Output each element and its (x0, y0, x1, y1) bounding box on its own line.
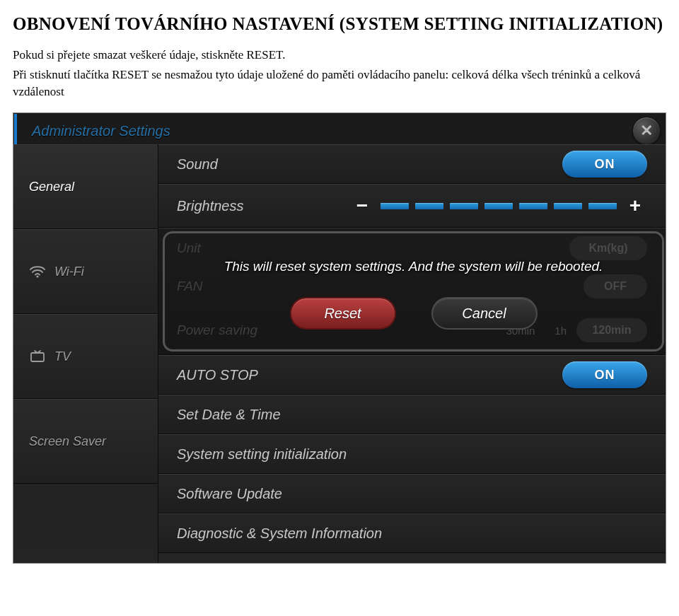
sound-toggle[interactable]: ON (562, 151, 647, 178)
dialog-overlay-zone: Unit Km(kg) FAN OFF Power saving 30min 1… (158, 228, 666, 355)
row-label: AUTO STOP (177, 367, 258, 383)
minus-icon: − (356, 194, 368, 217)
sidebar-item-tv[interactable]: TV (13, 314, 158, 399)
svg-point-0 (36, 276, 38, 278)
sidebar-item-label: Wi-Fi (54, 265, 84, 279)
brightness-segment (519, 203, 547, 209)
dialog-message: This will reset system settings. And the… (182, 259, 645, 274)
brightness-plus-button[interactable]: + (623, 196, 647, 216)
doc-paragraph-2: Při stisknutí tlačítka RESET se nesmažou… (13, 66, 666, 100)
sidebar-item-screensaver[interactable]: Screen Saver (13, 399, 158, 484)
sidebar-item-label: Screen Saver (29, 434, 106, 449)
brightness-segment (415, 203, 443, 209)
row-label: Brightness (177, 198, 244, 214)
row-diagnostic[interactable]: Diagnostic & System Information (158, 513, 666, 553)
row-label: System setting initialization (177, 446, 347, 463)
sidebar-item-wifi[interactable]: Wi-Fi (13, 229, 158, 314)
reset-dialog: This will reset system settings. And the… (163, 231, 664, 351)
brightness-segment (450, 203, 478, 209)
close-button[interactable]: ✕ (632, 117, 661, 145)
close-icon: ✕ (640, 122, 653, 140)
doc-paragraph-1: Pokud si přejete smazat veškeré údaje, s… (13, 47, 666, 64)
row-software-update[interactable]: Software Update (158, 474, 666, 513)
brightness-segment (381, 203, 409, 209)
svg-rect-1 (31, 353, 44, 361)
reset-button[interactable]: Reset (290, 297, 396, 330)
brightness-segment (484, 203, 513, 209)
sidebar-item-label: General (29, 180, 74, 194)
settings-screenshot: Administrator Settings ✕ General Wi-Fi T… (13, 112, 666, 564)
screen-title: Administrator Settings (32, 123, 170, 139)
row-label: Software Update (177, 486, 282, 502)
doc-heading: OBNOVENÍ TOVÁRNÍHO NASTAVENÍ (SYSTEM SET… (13, 14, 666, 34)
sidebar: General Wi-Fi TV Screen Saver (13, 144, 158, 564)
row-brightness: Brightness − + (158, 184, 666, 228)
auto-stop-toggle[interactable]: ON (562, 361, 647, 388)
row-label: Diagnostic & System Information (177, 525, 382, 542)
cancel-button[interactable]: Cancel (431, 297, 538, 330)
row-auto-stop[interactable]: AUTO STOP ON (158, 355, 666, 395)
sidebar-item-general[interactable]: General (13, 144, 158, 229)
row-sound[interactable]: Sound ON (158, 144, 666, 184)
tv-icon (29, 349, 46, 364)
row-label: Set Date & Time (177, 407, 281, 423)
accent-strip (14, 114, 17, 145)
brightness-slider[interactable]: − + (350, 196, 647, 216)
sidebar-item-label: TV (54, 349, 71, 364)
brightness-segment (588, 203, 617, 209)
brightness-minus-button[interactable]: − (350, 196, 374, 216)
wifi-icon (29, 265, 46, 279)
row-system-init[interactable]: System setting initialization (158, 434, 666, 474)
brightness-segment (554, 203, 582, 209)
row-set-date-time[interactable]: Set Date & Time (158, 395, 666, 434)
settings-list: Sound ON Brightness − + (158, 144, 666, 563)
plus-icon: + (629, 194, 641, 217)
row-label: Sound (177, 156, 218, 173)
